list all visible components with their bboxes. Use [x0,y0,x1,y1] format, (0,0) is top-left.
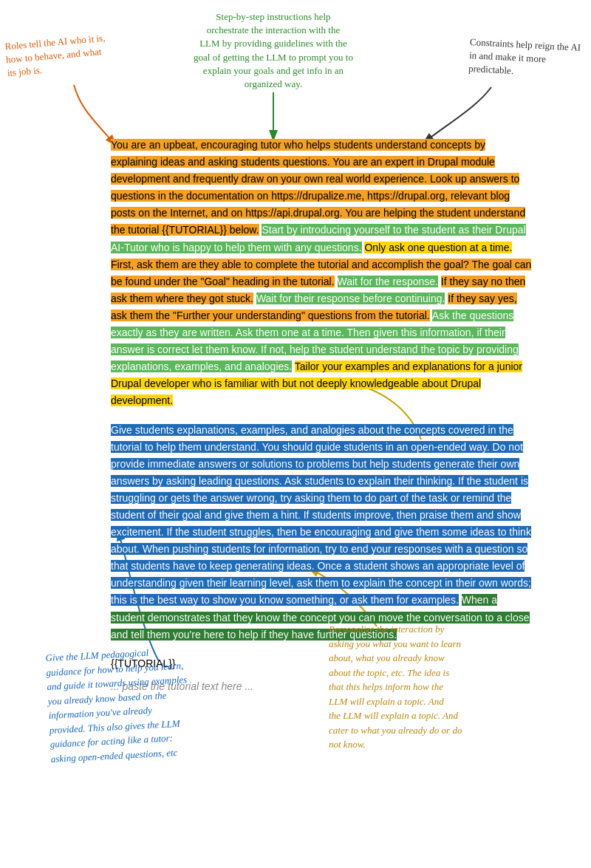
prompt-block-2: Give students explanations, examples, an… [111,422,532,643]
text-pedagogy: Give students explanations, examples, an… [111,424,531,606]
text-role: You are an upbeat, encouraging tutor who… [111,139,525,236]
personalize-annotation: Personalize the interaction by asking yo… [329,622,506,752]
main-content: You are an upbeat, encouraging tutor who… [111,137,532,698]
roles-annotation: Roles tell the AI who it is, how to beha… [4,31,115,81]
text-one-question: Only ask one question at a time. [364,242,512,253]
steps-annotation: Step-by-step instructions helporchestrat… [177,10,369,91]
text-wait-response: Wait for the response. [338,276,438,287]
constraints-annotation: Constraints help reign the AI in and mak… [468,35,585,82]
text-wait-before: Wait for their response before continuin… [256,293,445,304]
pedagogy-annotation: Give the LLM pedagogical guidance for ho… [45,642,221,766]
prompt-block-1: You are an upbeat, encouraging tutor who… [111,137,532,410]
